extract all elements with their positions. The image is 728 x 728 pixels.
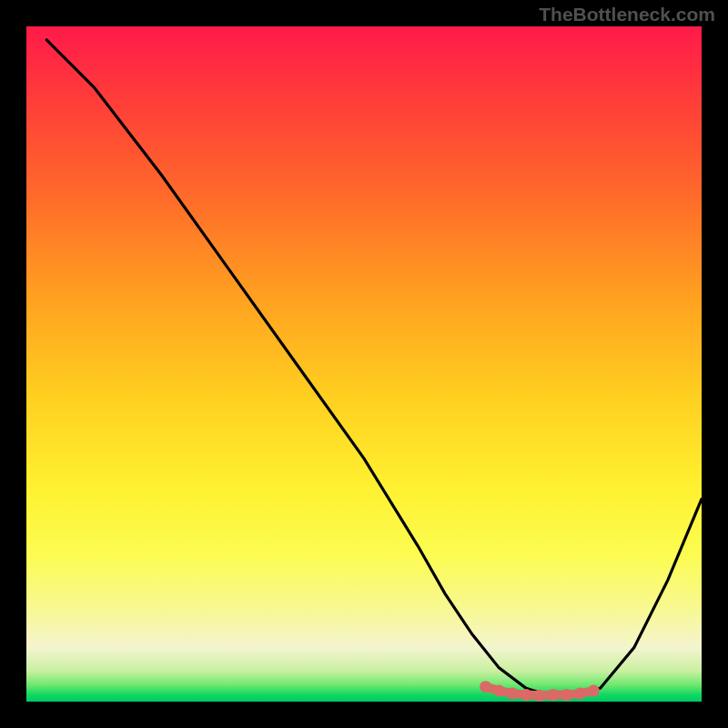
marker-dot <box>480 681 491 693</box>
marker-dot <box>533 690 545 702</box>
watermark-text: TheBottleneck.com <box>539 4 715 25</box>
marker-dot <box>588 685 600 697</box>
marker-dot <box>521 689 532 701</box>
plot-area <box>26 26 702 702</box>
chart-svg <box>26 26 702 702</box>
marker-dot <box>561 689 572 701</box>
marker-dot <box>547 689 559 701</box>
bottleneck-curve <box>46 40 702 695</box>
marker-dot <box>493 685 505 697</box>
optimal-range-markers <box>480 681 600 702</box>
marker-dot <box>507 688 519 700</box>
marker-dot <box>574 688 586 700</box>
